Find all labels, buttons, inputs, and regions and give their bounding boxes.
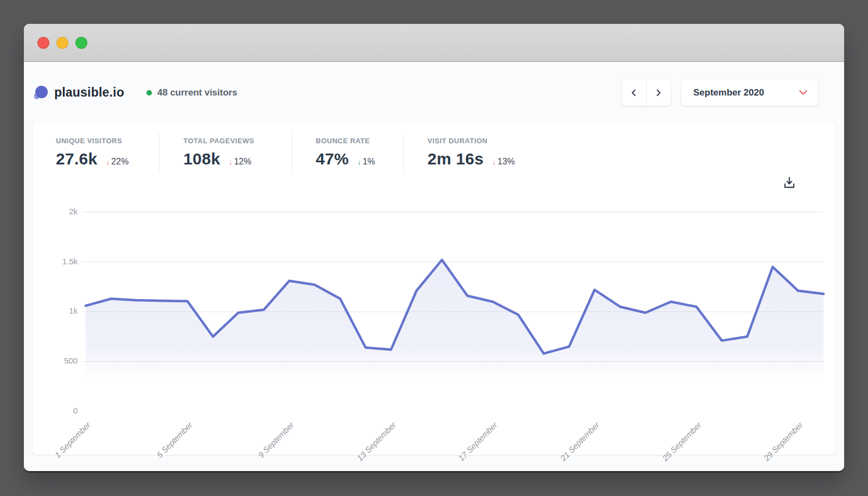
y-tick-label: 2k [46,207,78,216]
dashboard-header: plausible.io 48 current visitors [24,79,844,107]
y-tick-label: 0 [46,406,78,415]
date-range-label: September 2020 [693,87,764,98]
y-tick-label: 1k [46,306,78,315]
traffic-lights [37,37,87,49]
y-tick-label: 500 [46,356,78,365]
site-name: plausible.io [54,85,124,100]
x-tick-label: 13 September [355,420,398,463]
current-visitors[interactable]: 48 current visitors [146,87,237,98]
visitors-chart-area: 05001k1.5k2k 1 September5 September9 Sep… [33,123,835,455]
x-tick-label: 25 September [660,420,703,463]
x-tick-label: 17 September [457,420,500,463]
chevron-left-icon [630,89,637,97]
x-tick-label: 1 September [53,420,92,460]
y-tick-label: 1.5k [46,257,78,266]
x-tick-label: 29 September [762,420,805,463]
window-titlebar[interactable] [24,24,844,62]
plausible-logo-icon [34,86,48,99]
live-dot-icon [146,90,152,96]
chevron-right-icon [655,89,662,97]
analytics-card: UNIQUE VISITORS 27.6k ↓ 22% TOTAL PAGEVI… [33,123,835,455]
dashboard-content: plausible.io 48 current visitors [24,62,844,471]
date-range-dropdown[interactable]: September 2020 [681,80,818,106]
x-tick-label: 9 September [256,420,296,460]
app-window: plausible.io 48 current visitors [24,24,844,471]
date-controls: September 2020 [622,80,818,106]
visitors-chart [84,209,826,415]
brand: plausible.io [34,85,124,100]
close-button[interactable] [37,37,49,49]
zoom-button[interactable] [75,37,87,49]
x-tick-label: 21 September [558,420,601,463]
minimize-button[interactable] [56,37,68,49]
chevron-down-icon [799,90,807,96]
prev-month-button[interactable] [622,80,646,106]
x-tick-label: 5 September [155,420,194,460]
month-nav [622,80,671,106]
current-visitors-label: 48 current visitors [157,87,237,98]
next-month-button[interactable] [646,80,671,106]
